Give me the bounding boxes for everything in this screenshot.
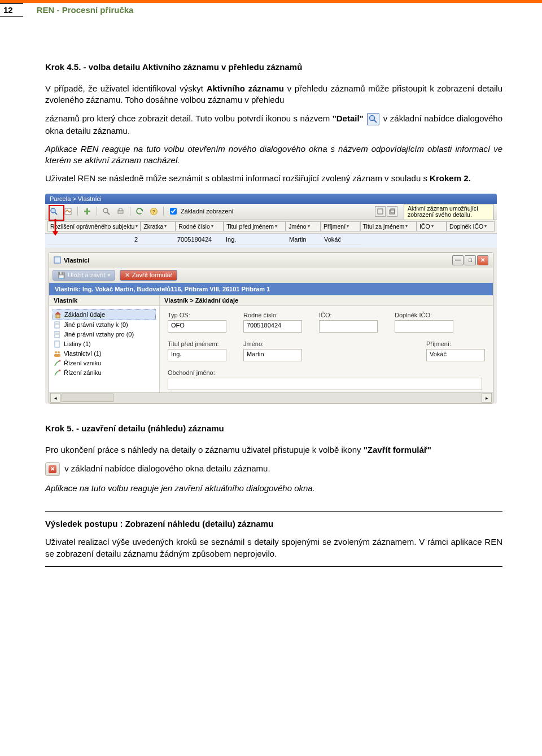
grid-header-cell[interactable]: Příjmení▾	[321, 221, 360, 231]
step-4-5-title: Krok 4.5. - volba detailu Aktivního zázn…	[45, 62, 502, 72]
text: v základní nabídce dialogového okna deta…	[62, 464, 270, 473]
save-close-button[interactable]: 💾Uložit a zavřít ▾	[53, 270, 115, 281]
grid-data-row[interactable]: 2 7005180424 Ing. Martin Vokáč	[45, 234, 497, 248]
detail-icon	[367, 113, 379, 125]
tree-panel: Vlastník Základní údaje Jiné právní vzta…	[49, 295, 160, 392]
doplnek-ico-field[interactable]	[395, 320, 453, 333]
horizontal-scrollbar[interactable]: ◂ ▸	[49, 392, 493, 403]
chevron-down-icon: ▾	[211, 224, 213, 229]
text: Titul před jménem	[226, 223, 274, 230]
label: Listiny (1)	[64, 340, 91, 347]
scroll-right-icon[interactable]: ▸	[482, 393, 492, 403]
doplnek-ico-label: Doplněk IČO:	[395, 312, 453, 318]
grid-header-cell[interactable]: Rozlišení oprávněného subjektu▾	[47, 221, 141, 231]
add-icon[interactable]	[82, 206, 93, 217]
label: Základní údaje	[64, 311, 105, 318]
svg-marker-13	[141, 209, 143, 212]
svg-marker-3	[53, 231, 59, 235]
grid-cell: Ing.	[224, 235, 287, 244]
save-icon: 💾	[58, 272, 65, 279]
step-5-para-1: Pro ukončení práce s náhledy na detaily …	[45, 444, 502, 456]
step-4-5-para-2: záznamů pro který chce zobrazit detail. …	[45, 113, 502, 137]
maximize-button[interactable]: □	[465, 255, 476, 265]
text: Uživatel REN se následně může seznámit s…	[45, 173, 430, 183]
ico-label: IČO:	[319, 312, 378, 318]
divider	[45, 511, 502, 512]
ss-toolbar: ? Základní zobrazení Aktivní záznam umož…	[45, 204, 497, 220]
close-form-button[interactable]: ✕Zavřít formulář	[120, 270, 178, 281]
typ-os-label: Typ OS:	[168, 312, 226, 318]
chevron-down-icon: ▾	[164, 224, 167, 229]
chevron-down-icon: ▾	[136, 224, 138, 229]
step-4-5-para-4: Uživatel REN se následně může seznámit s…	[45, 173, 502, 184]
close-button[interactable]: ✕	[477, 255, 488, 265]
breadcrumb: Parcela > Vlastníci	[45, 194, 497, 204]
scroll-track[interactable]	[62, 394, 480, 402]
label: Řízení zániku	[64, 369, 102, 376]
print-icon[interactable]	[115, 206, 126, 217]
document-title: REN - Procesní příručka	[23, 3, 134, 17]
window-icon[interactable]	[375, 206, 386, 217]
text: Zkratka	[143, 223, 163, 230]
tree-item[interactable]: Řízení vzniku	[53, 359, 156, 368]
separator	[77, 207, 78, 216]
rodne-cislo-field[interactable]: 7005180424	[243, 320, 302, 333]
scroll-thumb[interactable]	[62, 394, 113, 402]
jmeno-field[interactable]: Martin	[243, 349, 302, 361]
grid-header-cell[interactable]: Titul před jménem▾	[224, 221, 286, 231]
typ-os-field[interactable]: OFO	[168, 320, 226, 333]
help-icon[interactable]: ?	[148, 206, 159, 217]
doc-icon	[54, 340, 61, 348]
titul-pred-field[interactable]: Ing.	[168, 349, 226, 361]
grid-header-cell[interactable]: Rodné číslo▾	[176, 221, 224, 231]
tree-item[interactable]: Jiné právní vztahy pro (0)	[53, 330, 156, 339]
minimize-button[interactable]: —	[452, 255, 464, 265]
search-icon[interactable]	[101, 206, 112, 217]
tree-item[interactable]: Listiny (1)	[53, 339, 156, 349]
svg-point-30	[58, 351, 60, 353]
grid-header-cell[interactable]: Zkratka▾	[141, 221, 176, 231]
grid-header-cell[interactable]: Doplněk IČO▾	[447, 221, 495, 231]
grid-header-cell[interactable]: IČO▾	[417, 221, 447, 231]
separator	[163, 207, 164, 216]
window-icon[interactable]	[387, 206, 397, 217]
text-bold: "Zavřít formulář"	[364, 445, 431, 455]
tree-item-basic-data[interactable]: Základní údaje	[53, 309, 156, 320]
grid-cell: Martin	[287, 235, 322, 244]
tree-item[interactable]: Jiné právní vztahy k (0)	[53, 320, 156, 330]
svg-rect-18	[391, 209, 395, 213]
svg-rect-17	[390, 210, 395, 214]
chevron-down-icon: ▾	[308, 224, 310, 229]
svg-rect-31	[54, 354, 60, 357]
tree-item[interactable]: Vlastnictví (1)	[53, 349, 156, 359]
obchodni-jmeno-field[interactable]	[168, 378, 482, 390]
grid-header-cell[interactable]: Titul za jménem▾	[360, 221, 417, 231]
divider	[45, 566, 502, 567]
form-panel: Vlastník > Základní údaje Typ OS:OFO Rod…	[160, 295, 493, 392]
ico-field[interactable]	[319, 320, 378, 333]
tree-title: Vlastník	[49, 295, 159, 306]
screenshot-vlastnici: Parcela > Vlastníci ? Základní zobrazení	[45, 194, 497, 404]
obchodni-jmeno-label: Obchodní jméno:	[168, 369, 485, 376]
step-5-para-3: Aplikace na tuto volbu reaguje jen zavře…	[45, 483, 502, 494]
svg-point-9	[103, 208, 108, 213]
grid-cell: Vokáč	[322, 235, 361, 244]
rodne-cislo-label: Rodné číslo:	[243, 312, 302, 318]
separator	[97, 207, 97, 216]
basic-view-checkbox[interactable]: Základní zobrazení	[168, 206, 234, 216]
step-4-5-para-3: Aplikace REN reaguje na tuto volbu otevř…	[45, 143, 502, 167]
branch-icon	[54, 369, 61, 377]
separator	[130, 207, 130, 216]
svg-rect-16	[378, 209, 383, 214]
prijmeni-field[interactable]: Vokáč	[426, 349, 485, 361]
svg-point-33	[59, 369, 61, 371]
text-bold: Krokem 2.	[430, 173, 471, 183]
tooltip: Aktivní záznam umožňující zobrazení svéh…	[404, 204, 493, 220]
grid-header-row: Rozlišení oprávněného subjektu▾ Zkratka▾…	[45, 220, 497, 234]
text: Pro ukončení práce s náhledy na detaily …	[45, 445, 364, 455]
grid-header-cell[interactable]: Jméno▾	[286, 221, 321, 231]
tree-item[interactable]: Řízení zániku	[53, 368, 156, 378]
scroll-left-icon[interactable]: ◂	[50, 393, 60, 403]
refresh-icon[interactable]	[134, 206, 145, 217]
label: Zavřít formulář	[132, 272, 173, 278]
